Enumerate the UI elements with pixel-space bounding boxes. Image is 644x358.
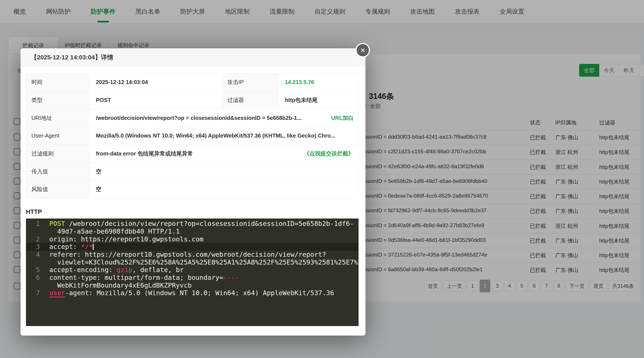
code-line-content: user-agent: Mozilla/5.0 (Windows NT 10.0…	[44, 289, 358, 297]
line-number: 1	[26, 220, 44, 235]
label-type: 类型	[26, 91, 90, 109]
http-section-heading: HTTP	[26, 208, 366, 215]
value-rule: from-data error 包结尾异常或结尾异常	[96, 150, 193, 158]
value-uri: /webroot/decision/view/report?op = close…	[96, 115, 302, 121]
code-line-content: accept: */*	[44, 243, 358, 251]
event-detail-modal: ✕ 【2025-12-12 14:03:04】详情 时间 2025-12-12 …	[20, 48, 366, 336]
label-filter: 过滤器	[222, 91, 278, 109]
url-whitelist-button[interactable]: URL加白	[331, 114, 354, 122]
value-input-value: 空	[90, 163, 359, 180]
value-risk-value: 空	[90, 180, 359, 198]
label-input-value: 传入值	[26, 163, 90, 180]
value-attack-ip[interactable]: 14.213.5.76	[278, 73, 358, 91]
page: 概览网站防护防护事件黑白名单防护大屏地区限制流量限制自定义规则专属规则攻击地图攻…	[0, 0, 644, 358]
modal-title: 【2025-12-12 14:03:04】详情	[20, 48, 366, 67]
label-uri: URI地址	[26, 109, 90, 127]
label-user-agent: User-Agent	[26, 127, 90, 145]
text-cursor	[93, 244, 94, 250]
label-attack-ip: 攻击IP	[222, 73, 278, 91]
code-line: 6content-type: multipart/form-data; boun…	[26, 274, 358, 289]
code-line-content: origin: https://ereport10.gwpstools.com	[44, 235, 358, 243]
code-line: 4referer: https://ereport10.gwpstools.co…	[26, 251, 358, 266]
value-user-agent: Mozilla/5.0 (Windows NT 10.0; Win64; x64…	[90, 127, 359, 145]
value-time: 2025-12-12 14:03:04	[90, 73, 222, 91]
line-number: 2	[26, 235, 44, 243]
code-line: 2origin: https://ereport10.gwpstools.com	[26, 235, 358, 243]
code-line: 1POST /webroot/decision/view/report?op=c…	[26, 220, 358, 235]
label-time: 时间	[26, 73, 90, 91]
code-line-content: content-type: multipart/form-data; bound…	[44, 274, 358, 289]
code-line: 5accept-encoding: gzip, deflate, br	[26, 266, 358, 274]
label-rule: 过滤规则	[26, 145, 90, 163]
line-number: 5	[26, 266, 44, 274]
code-line: 7user-agent: Mozilla/5.0 (Windows NT 10.…	[26, 289, 358, 297]
line-number: 6	[26, 274, 44, 289]
line-number: 4	[26, 251, 44, 266]
code-line: 3accept: */*	[26, 243, 358, 251]
http-request-code[interactable]: 1POST /webroot/decision/view/report?op=c…	[26, 218, 358, 326]
code-line-content: accept-encoding: gzip, deflate, br	[44, 266, 358, 274]
line-number: 3	[26, 243, 44, 251]
report-false-positive-link[interactable]: 《点我提交误拦截》	[304, 150, 354, 158]
line-number: 7	[26, 289, 44, 297]
code-line-content: POST /webroot/decision/view/report?op=cl…	[44, 220, 358, 235]
value-type: POST	[90, 91, 222, 109]
code-line-content: referer: https://ereport10.gwpstools.com…	[44, 251, 358, 266]
label-risk-value: 风险值	[26, 180, 90, 198]
event-info-table: 时间 2025-12-12 14:03:04 攻击IP 14.213.5.76 …	[26, 73, 359, 198]
value-filter: http包未结尾	[278, 91, 358, 109]
